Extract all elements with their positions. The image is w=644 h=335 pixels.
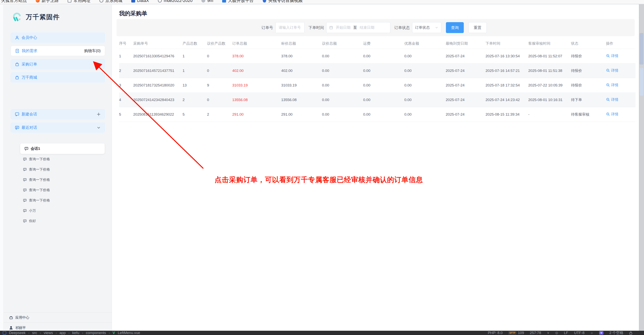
cell-list-amount: 291.00 [281, 112, 322, 117]
column-header: 产品总数 [182, 41, 207, 46]
conversation-item[interactable]: 你好 [23, 217, 36, 225]
globe-icon [158, 0, 162, 3]
sftp-widget[interactable]: SFTP109 [508, 331, 524, 335]
cell-order-amount: 402.00 [232, 69, 281, 73]
breadcrumb-item[interactable]: kefu [72, 331, 79, 335]
breadcrumb-separator: › [28, 331, 30, 335]
location-icon[interactable]: ◎ [555, 331, 558, 335]
bookmark-item[interactable]: 大疆开放平台 [222, 0, 254, 4]
detail-link[interactable]: 详情 [606, 83, 618, 88]
sidebar-item-my-demands[interactable]: 我的需求 购物车(0) [11, 46, 105, 56]
order-status-label: 订单状态 [394, 25, 410, 30]
breadcrumb-item[interactable]: src [32, 331, 37, 335]
cell-total-products: 5 [182, 112, 207, 117]
sidebar-item-label: 采购订单 [22, 62, 37, 67]
cell-order-time: 2025-07-16 13:30:54 [486, 54, 528, 58]
conversation-label: 你好 [29, 219, 36, 223]
page-scrollbar[interactable] [639, 4, 644, 331]
cell-order-no: 20250718173254180020 [133, 83, 182, 88]
breadcrumb-file[interactable]: LeftMenu.vue [118, 331, 140, 335]
conversation-card-active[interactable]: 会话1 [20, 143, 105, 154]
bookmark-item[interactable]: 新手上路 [36, 0, 59, 4]
cell-freight: 0.00 [363, 54, 404, 58]
breadcrumb-project[interactable]: Deepseek [9, 331, 26, 335]
sidebar-item-purchase-orders[interactable]: 采购订单 [11, 59, 105, 69]
start-date-placeholder[interactable]: 开始日期 [336, 25, 350, 30]
bookmark-item[interactable]: DataX [131, 0, 149, 3]
plus-icon[interactable] [96, 112, 101, 116]
browser-bookmarks-bar: 火狐官方站点 新手上路 常用网址 京东商城 DataX mde2022-2020… [0, 0, 644, 4]
briefcase-icon [9, 315, 13, 319]
recent-conversations-toggle[interactable]: 最近对话 [11, 122, 105, 133]
card-icon [68, 0, 72, 3]
lock-icon[interactable] [629, 331, 632, 334]
check-icon[interactable]: ∨ [547, 331, 549, 335]
app-center-link[interactable]: 应用中心 [4, 312, 112, 322]
conversation-item[interactable]: 小万 [23, 207, 36, 214]
sidebar-item-label: 最近对话 [22, 125, 37, 130]
vue-plugin-icon[interactable]: V [599, 331, 604, 334]
detail-link[interactable]: 详情 [606, 97, 618, 102]
date-range-picker[interactable]: 开始日期 至 结束日期 [326, 22, 390, 33]
detail-link[interactable]: 详情 [606, 54, 618, 59]
breadcrumb-item[interactable]: app [60, 331, 66, 335]
bookmark-item[interactable]: 京东商城 [100, 0, 122, 4]
scrollbar-thumb[interactable] [640, 33, 644, 65]
bookmark-item[interactable]: mde2022-2020 [158, 0, 192, 3]
inspections-icon[interactable]: ☼ [590, 331, 594, 335]
bookmark-item[interactable]: 9m [202, 0, 213, 3]
cell-seq: 3 [119, 83, 133, 88]
cell-freight: 0.00 [363, 69, 404, 73]
bookmark-label: mde2022-2020 [164, 0, 192, 3]
conversation-label: 小万 [29, 208, 36, 213]
cell-bargain-amount: 0.00 [322, 54, 363, 58]
conversation-item[interactable]: 查询一下价格 [23, 155, 50, 163]
cell-latest-delivery: 2025-07-24 [446, 83, 486, 88]
breadcrumb: Deepseek › src › views › app › kefu › co… [3, 331, 140, 335]
end-date-placeholder[interactable]: 结束日期 [360, 25, 374, 30]
cell-total-products: 13 [182, 83, 207, 88]
cart-count[interactable]: 购物车(0) [84, 48, 100, 54]
order-no-input[interactable] [276, 22, 304, 33]
bookmark-item[interactable]: 火狐官方站点 [0, 0, 27, 4]
cell-freight: 0.00 [363, 83, 404, 88]
breadcrumb-item[interactable]: views [44, 331, 53, 335]
user-filled-icon [9, 326, 13, 330]
cell-order-no: 20250724142342840423 [133, 98, 182, 102]
bookmark-item[interactable]: 央视专访首脑视频 [262, 0, 302, 4]
conversation-item[interactable]: 查询一下价格 [23, 176, 50, 184]
search-button[interactable]: 查询 [446, 22, 464, 33]
conversation-item[interactable]: 查询一下价格 [23, 166, 50, 173]
sidebar-item-member-center[interactable]: 会员中心 [11, 33, 105, 43]
cell-discount: 0.00 [404, 83, 446, 88]
breadcrumb-item[interactable]: components [86, 331, 106, 335]
detail-link[interactable]: 详情 [606, 68, 618, 73]
cell-bargain-products: 2 [207, 112, 232, 117]
bookmark-label: 9m [207, 0, 213, 3]
datax-icon [131, 0, 135, 3]
order-status-select[interactable]: 订单状态 [412, 22, 441, 33]
indent-setting[interactable]: 2 个空格 [609, 331, 624, 335]
reset-button[interactable]: 重置 [468, 22, 487, 33]
detail-link[interactable]: 详情 [606, 112, 618, 117]
annotation-text: 点击采购订单，可以看到万千专属客服已经审核并确认的订单信息 [214, 175, 423, 185]
conversation-item[interactable]: 查询一下价格 [23, 196, 50, 204]
new-conversation-button[interactable]: 新建会话 [11, 109, 105, 119]
column-header: 下单时间 [486, 41, 528, 46]
php-version[interactable]: PHP: 8.0 [488, 331, 502, 335]
chevron-down-icon[interactable] [96, 126, 101, 130]
breadcrumb-separator: › [68, 331, 70, 335]
cell-seq: 5 [119, 112, 133, 117]
bookmark-item[interactable]: 常用网址 [68, 0, 90, 4]
encoding[interactable]: UTF-8 [574, 331, 584, 335]
cursor-position[interactable]: 257:78 [530, 331, 541, 335]
sidebar-item-mall[interactable]: 万千商城 [11, 72, 105, 83]
conversation-item[interactable]: 查询一下价格 [23, 186, 50, 194]
breadcrumb-separator: › [109, 331, 110, 335]
chat-lines-icon [23, 199, 26, 202]
cell-review-time: - [528, 112, 571, 117]
footer-item-label: 应用中心 [15, 315, 29, 320]
column-header: 议价产品数 [207, 41, 232, 46]
line-ending[interactable]: LF [564, 331, 568, 335]
cell-order-time: 2025-07-24 14:23:42 [486, 98, 528, 102]
